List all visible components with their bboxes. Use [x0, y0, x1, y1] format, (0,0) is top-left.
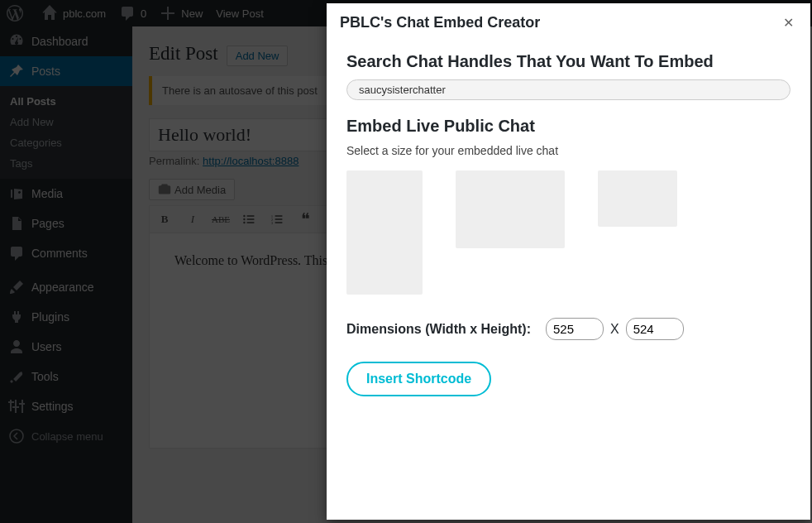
size-option-small[interactable] [598, 170, 677, 227]
dimensions-label: Dimensions (Width x Height): [346, 322, 531, 337]
width-input[interactable] [546, 318, 604, 340]
size-options [346, 170, 791, 295]
embed-subhead: Select a size for your embedded live cha… [346, 144, 791, 157]
close-icon[interactable]: ✕ [780, 12, 797, 34]
dimension-separator: X [610, 322, 619, 337]
insert-shortcode-button[interactable]: Insert Shortcode [346, 362, 491, 396]
search-heading: Search Chat Handles That You Want To Emb… [346, 52, 791, 71]
size-option-tall[interactable] [346, 170, 423, 295]
search-input[interactable] [346, 79, 791, 100]
height-input[interactable] [626, 318, 684, 340]
modal-title: PBLC's Chat Embed Creator [340, 14, 540, 31]
modal-body: Search Chat Handles That You Want To Emb… [327, 42, 810, 520]
modal-header: PBLC's Chat Embed Creator ✕ [327, 3, 810, 42]
dimensions-row: Dimensions (Width x Height): X [346, 318, 791, 340]
embed-modal: PBLC's Chat Embed Creator ✕ Search Chat … [327, 3, 810, 520]
size-option-medium[interactable] [456, 170, 565, 248]
embed-heading: Embed Live Public Chat [346, 117, 791, 136]
